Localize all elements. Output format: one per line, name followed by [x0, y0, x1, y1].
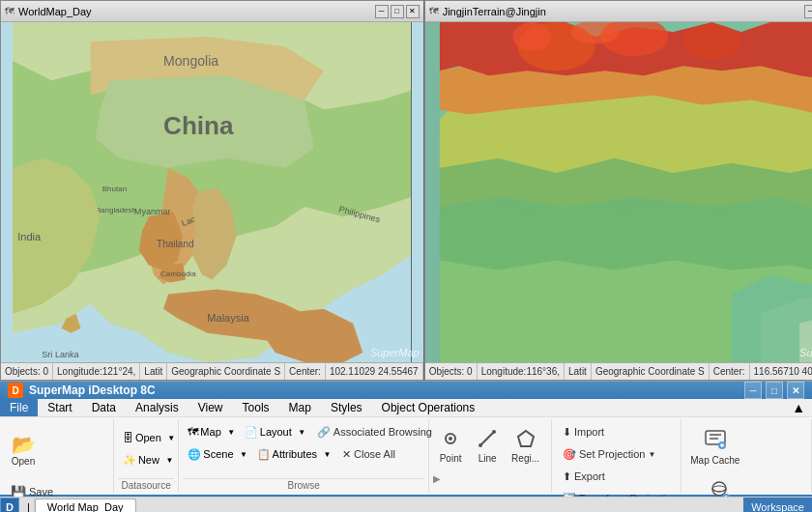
worldmap-restore-btn[interactable]: □	[391, 5, 404, 18]
browse-layout-btn: 📄 Layout ▼	[240, 421, 308, 442]
scene-icon: 🌐	[188, 448, 201, 461]
worldmap-window: 🗺 WorldMap_Day ─ □ ✕	[0, 0, 424, 381]
region-btn[interactable]: Regi...	[507, 421, 544, 471]
set-projection-label: Set Projection	[579, 448, 645, 460]
terrain-titlebar: 🗺 JingjinTerrain@Jingjin ─ □ ✕	[425, 1, 812, 22]
browse-map-arrow[interactable]: ▼	[226, 421, 238, 442]
menu-file[interactable]: File	[0, 399, 38, 416]
browse-map-btn: 🗺 Map ▼	[183, 421, 237, 442]
point-label: Point	[440, 453, 462, 464]
svg-text:Cambodia: Cambodia	[160, 270, 196, 278]
terrain-longitude: Longitude:116°36,	[478, 363, 565, 380]
terrain-canvas[interactable]: SuperMap	[425, 22, 812, 362]
svg-point-19	[512, 22, 551, 51]
svg-text:Myanmar: Myanmar	[134, 207, 171, 216]
map-cache-label: Map Cache	[690, 455, 740, 466]
point-btn[interactable]: Point	[433, 421, 468, 471]
associated-browsing-btn[interactable]: 🔗 Associated Browsing	[310, 421, 439, 442]
browse-scene-btn: 🌐 Scene ▼	[183, 443, 249, 465]
terrain-center-label: Center:	[710, 363, 750, 380]
worldmap-tab[interactable]: World Map_Day	[35, 498, 136, 512]
worldmap-longitude: Longitude:121°24,	[53, 363, 140, 380]
line-icon	[478, 429, 497, 451]
terrain-minimize-btn[interactable]: ─	[804, 5, 812, 18]
create-dataset-expand[interactable]: ▶	[433, 473, 441, 484]
worldmap-title: WorldMap_Day	[18, 6, 92, 17]
close-all-btn[interactable]: ✕ Close All	[335, 443, 402, 465]
menu-analysis[interactable]: Analysis	[126, 399, 188, 416]
svg-text:Bhutan: Bhutan	[102, 185, 127, 193]
workspace-label: Workspace	[751, 501, 804, 513]
close-all-icon: ✕	[342, 448, 351, 461]
svg-text:Sri Lanka: Sri Lanka	[42, 350, 79, 359]
worldmap-canvas[interactable]: China Mongolia Thailand Cambodia	[1, 22, 423, 362]
set-proj-arrow: ▼	[648, 450, 655, 459]
svg-point-23	[478, 443, 482, 447]
worldmap-tab-label: World Map_Day	[47, 501, 124, 512]
worldmap-close-btn[interactable]: ✕	[406, 5, 420, 18]
app-close-btn[interactable]: ✕	[787, 382, 804, 399]
open-label: Open	[12, 456, 35, 467]
svg-text:Malaysia: Malaysia	[207, 312, 249, 324]
map-area: 🗺 WorldMap_Day ─ □ ✕	[0, 0, 812, 382]
svg-marker-25	[518, 431, 534, 446]
ribbon-expand-btn[interactable]: ▲	[789, 400, 808, 415]
menu-data[interactable]: Data	[82, 399, 126, 416]
browse-layout-arrow[interactable]: ▼	[297, 421, 308, 442]
ds-new-btn: ✨ New ▼	[118, 449, 178, 470]
app-win-controls: ─ □ ✕	[744, 382, 804, 399]
point-icon	[441, 429, 460, 451]
app-restore-btn[interactable]: □	[766, 382, 783, 399]
terrain-center-value: 116.56710 40.268897	[750, 363, 812, 380]
ribbon: 📂 Open 💾 Save 💾 Save As Ope	[0, 417, 812, 497]
svg-point-28	[712, 482, 726, 496]
attributes-btn: 📋 Attributes ▼	[252, 443, 334, 465]
terrain-latitude: Latit	[565, 363, 592, 380]
ribbon-group-datasource: 🗄 Open ▼ ✨ New ▼	[114, 419, 179, 493]
menu-object-operations[interactable]: Object Operations	[372, 399, 485, 416]
app-icon: D	[8, 383, 23, 398]
svg-text:Mongolia: Mongolia	[163, 53, 218, 69]
menu-tools[interactable]: Tools	[233, 399, 279, 416]
terrain-win-controls: ─ □ ✕	[804, 5, 812, 18]
toolbar-pin[interactable]: |	[23, 498, 35, 512]
browse-group-label: Browse	[183, 478, 424, 491]
menu-styles[interactable]: Styles	[321, 399, 372, 416]
region-label: Regi...	[511, 453, 539, 464]
menu-view[interactable]: View	[188, 399, 233, 416]
browse-layout-label: Layout	[260, 426, 292, 438]
menu-map[interactable]: Map	[279, 399, 321, 416]
ribbon-group-data: ⬇ Import 🎯 Set Projection ▼ ⬆ Export 🔄	[552, 419, 682, 493]
ds-new-arrow[interactable]: ▼	[164, 449, 176, 470]
ds-open-btn: 🗄 Open ▼	[118, 427, 178, 448]
bottom-strip: D | World Map_Day Workspace	[0, 497, 812, 512]
close-all-label: Close All	[354, 448, 395, 460]
app-titlebar: D SuperMap iDesktop 8C ─ □ ✕	[0, 382, 812, 399]
layout-icon: 📄	[245, 426, 258, 439]
app-minimize-btn[interactable]: ─	[744, 382, 762, 399]
region-icon	[516, 429, 536, 451]
open-btn[interactable]: 📂 Open	[4, 421, 43, 479]
workspace-statusbar: Workspace	[743, 498, 812, 512]
menubar: File Start Data Analysis View Tools Map …	[0, 399, 812, 417]
ds-open-label: Open	[135, 432, 161, 443]
menu-start[interactable]: Start	[38, 399, 81, 416]
attributes-arrow[interactable]: ▼	[322, 443, 334, 465]
export-icon: ⬆	[563, 470, 571, 483]
ribbon-group-open: 📂 Open 💾 Save 💾 Save As Ope	[0, 419, 114, 493]
line-btn[interactable]: Line	[470, 421, 505, 471]
worldmap-minimize-btn[interactable]: ─	[375, 5, 389, 18]
d-button[interactable]: D	[0, 498, 19, 513]
terrain-coord: Geographic Coordinate S	[592, 363, 710, 380]
export-btn[interactable]: ⬆ Export	[556, 466, 612, 487]
ds-open-arrow[interactable]: ▼	[166, 427, 178, 448]
svg-point-18	[682, 24, 740, 59]
ribbon-group-create-dataset: Point Line	[429, 419, 552, 493]
svg-text:India: India	[17, 231, 42, 242]
import-btn[interactable]: ⬇ Import	[556, 421, 611, 442]
map-cache-btn[interactable]: Map Cache	[685, 421, 744, 471]
browse-scene-arrow[interactable]: ▼	[239, 443, 250, 465]
set-projection-btn[interactable]: 🎯 Set Projection ▼	[556, 443, 662, 465]
datasource-group-label: Datasource	[118, 478, 174, 491]
worldmap-center-value: 102.11029 24.55467	[326, 363, 423, 380]
